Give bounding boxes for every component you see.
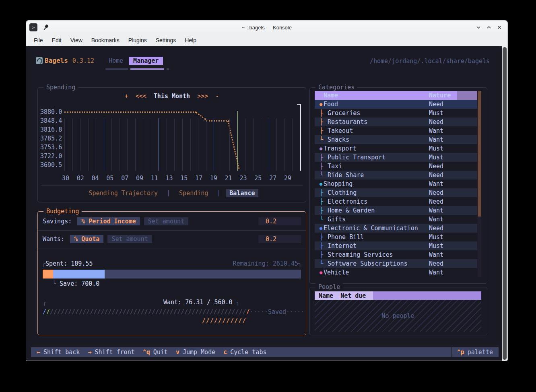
period-gauge-bar [43,270,301,279]
saved-dots: ····· [286,308,304,316]
day-gridline [229,118,230,171]
category-row[interactable]: ├Home & GardenWant [315,206,477,215]
category-nature: Need [429,163,457,170]
category-row[interactable]: ├Phone BillMust [315,233,477,241]
minimize-button[interactable] [475,24,482,31]
category-row[interactable]: ●VehicleWant [315,268,477,277]
budgeting-panel-title: Budgeting [43,208,82,215]
palette-label: palette [468,349,493,356]
terminal-scrollbar-thumb[interactable] [503,47,507,360]
column-header-nature[interactable]: Nature [429,92,457,99]
people-column-net-due[interactable]: Net due [340,292,366,299]
row-gutter [457,162,477,171]
row-gutter [457,153,477,162]
category-nature: Want [429,127,457,134]
bracket: ╭ [42,260,45,267]
category-row[interactable]: ├GroceriesMust [315,109,477,118]
tab-home[interactable]: Home [105,57,127,65]
chart-tab-spending-trajectory[interactable]: Spending Trajectory [85,189,161,197]
day-gridline [159,118,159,171]
y-axis-tick: 3690.5 [40,161,61,169]
x-axis-tick: 29 [284,175,291,182]
close-button[interactable] [496,24,503,31]
category-row[interactable]: └Ride ShareNeed [315,171,477,179]
category-name: Home & Garden [324,207,429,214]
menu-item-help[interactable]: Help [180,36,201,45]
row-gutter [457,250,477,259]
wants-value-field[interactable]: 0.2 [258,235,301,243]
chart-tab-spending[interactable]: Spending [176,189,211,197]
wants-mode-set-amount-button[interactable]: Set amount [107,235,152,243]
categories-scrollbar-thumb[interactable] [478,91,481,217]
category-name: Streaming Services [324,251,429,258]
terminal-scrollbar[interactable] [502,46,507,361]
savings-mode-set-amount-button[interactable]: Set amount [144,217,188,225]
category-row[interactable]: ●FoodNeed [315,100,477,109]
maximize-button[interactable] [486,24,492,31]
x-axis-tick: 27 [269,175,276,182]
tab-separator: | [167,189,170,197]
menu-item-bookmarks[interactable]: Bookmarks [87,36,124,45]
savings-mode-percent-button[interactable]: % Period Income [77,217,140,225]
palette-key: ^p [457,349,464,356]
column-header-name[interactable]: Name [324,92,429,99]
tab-manager[interactable]: Manager [129,57,163,65]
category-nature: Need [429,171,457,179]
keybind-hints: ←Shift back→Shift front^qQuitvJump Modec… [31,349,267,356]
people-column-name[interactable]: Name [319,292,333,299]
category-dot-icon: ● [315,270,324,275]
chart-tab-balance[interactable]: Balance [226,189,258,197]
category-row[interactable]: ●Electronic & CommunicationNeed [315,224,477,233]
category-row[interactable]: ├ElectronicsNeed [315,197,477,206]
menu-item-plugins[interactable]: Plugins [124,36,151,45]
category-row[interactable]: └Software SubscriptionsNeed [315,259,477,268]
period-add-button[interactable]: + [125,93,128,100]
period-subtract-button[interactable]: - [215,93,219,100]
row-gutter [457,118,477,126]
category-row[interactable]: ●ShoppingWant [315,179,477,188]
category-row[interactable]: ├Streaming ServicesWant [315,250,477,259]
category-nature: Need [429,260,457,267]
category-nature: Want [429,207,457,214]
period-prev-button[interactable]: <<< [136,93,146,100]
category-row[interactable]: └GiftsWant [315,215,477,224]
spent-label: Spent: 189.55 [45,260,93,267]
save-label: Save: 700.0 [60,280,99,287]
menu-item-edit[interactable]: Edit [47,36,66,45]
tree-branch-icon: ├ [315,207,324,214]
category-row[interactable]: ├InternetMust [315,241,477,250]
period-next-button[interactable]: >>> [197,93,208,100]
want-overflow-slashes: /////////// [202,317,246,324]
savings-value-field[interactable]: 0.2 [258,217,301,225]
category-row[interactable]: ├TakeoutWant [315,126,477,135]
bracket: ╮ [236,299,240,306]
want-bar-start: / [43,308,46,316]
bracket: ╮ [298,260,302,267]
menu-item-file[interactable]: File [29,36,47,45]
category-name: Vehicle [324,269,429,276]
menu-item-view[interactable]: View [66,36,87,45]
category-dot-icon: ● [315,146,324,151]
category-row[interactable]: ├TaxiNeed [315,162,477,171]
title-bar[interactable]: > ~ : bagels — Konsole [26,21,507,34]
day-gridline [135,118,136,171]
wants-mode-quota-button[interactable]: % Quota [70,235,103,243]
category-row[interactable]: ├ClothingNeed [315,188,477,197]
category-name: Taxi [324,163,429,170]
category-row[interactable]: ├RestaurantsNeed [315,118,477,126]
palette-button[interactable]: ^p palette [451,347,499,357]
category-row[interactable]: └SnacksWant [315,135,477,144]
menu-item-settings[interactable]: Settings [151,36,181,45]
keybind-shift-back[interactable]: ←Shift back [37,349,80,356]
keybind-cycle-tabs[interactable]: cCycle tabs [223,349,266,356]
x-axis-labels: 30020405070911131517192123252729 [62,175,291,182]
day-gridline [64,118,65,171]
category-row[interactable]: ●TransportMust [315,144,477,153]
chart-view-tabs: Spending Trajectory|Spending|Balance [38,189,306,197]
categories-scrollbar[interactable] [478,91,481,277]
x-axis-tick: 02 [77,175,84,182]
category-row[interactable]: ├Public TransportMust [315,153,477,162]
keybind-quit[interactable]: ^qQuit [143,349,168,356]
keybind-jump-mode[interactable]: vJump Mode [176,349,215,356]
keybind-shift-front[interactable]: →Shift front [88,349,134,356]
